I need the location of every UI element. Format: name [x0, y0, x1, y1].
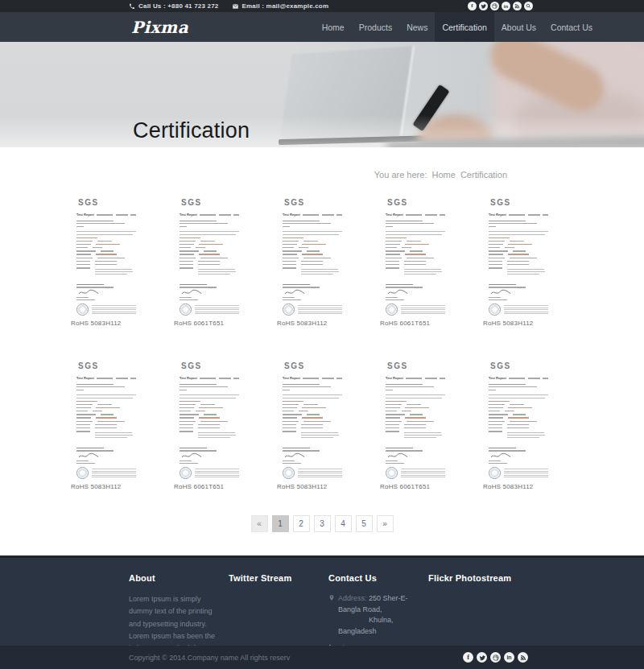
- pagination-page-1[interactable]: 1: [272, 515, 289, 532]
- certificate-caption: RoHS 5083H112: [71, 320, 142, 327]
- rss-icon-footer[interactable]: [518, 652, 528, 663]
- hero-fade: [0, 115, 644, 147]
- pagination-page-3[interactable]: 3: [314, 515, 331, 532]
- signature-squiggle: [284, 452, 305, 459]
- linkedin-icon-footer[interactable]: in: [504, 652, 514, 663]
- certificate-thumbnail[interactable]: SGS Test Report: [483, 193, 554, 316]
- pagination-page-2[interactable]: 2: [293, 515, 310, 532]
- call-us[interactable]: Call Us : +880 41 723 272: [129, 2, 219, 10]
- certificate-thumbnail[interactable]: SGS Test Report: [380, 193, 451, 316]
- fine-print: [504, 467, 548, 479]
- certificate-thumbnail[interactable]: SGS Test Report: [277, 193, 348, 316]
- footer-twitter-title: Twitter Stream: [229, 573, 328, 583]
- certificate-stamp: [489, 304, 501, 316]
- sgs-logo: SGS: [490, 361, 548, 370]
- sgs-logo: SGS: [181, 198, 239, 207]
- pagination-page-5[interactable]: 5: [356, 515, 373, 532]
- certificate-stamp: [76, 304, 89, 316]
- fine-print: [298, 304, 342, 316]
- test-report-title: Test Report: [76, 213, 94, 217]
- twitter-icon[interactable]: [479, 2, 488, 10]
- nav-item-news[interactable]: News: [399, 12, 435, 42]
- certificate-item: SGS Test Report: [483, 357, 554, 490]
- footer-about-title: About: [129, 573, 229, 583]
- pagination-page-4[interactable]: 4: [335, 515, 352, 532]
- fine-print: [298, 467, 342, 479]
- test-report-title: Test Report: [386, 377, 403, 380]
- nav-item-home[interactable]: Home: [315, 12, 352, 42]
- certificate-stamp: [386, 467, 398, 479]
- sgs-logo: SGS: [490, 198, 548, 207]
- footer-flickr-title: Flickr Photostream: [428, 573, 531, 583]
- certificate-item: SGS Test Report: [174, 193, 245, 327]
- certificate-stamp: [180, 467, 192, 479]
- certificate-item: SGS Test Report: [71, 193, 142, 327]
- certificate-item: SGS Test Report: [174, 357, 245, 490]
- certificate-item: SGS Test Report: [277, 357, 348, 490]
- signature-squiggle: [78, 452, 99, 459]
- fine-print: [92, 467, 136, 479]
- certificate-thumbnail[interactable]: SGS Test Report: [277, 357, 348, 479]
- certificate-caption: RoHS 5083H112: [483, 483, 554, 490]
- nav-item-contact-us[interactable]: Contact Us: [543, 12, 600, 42]
- certificate-caption: RoHS 5083H112: [71, 483, 142, 490]
- rss-icon[interactable]: [513, 2, 522, 10]
- sgs-logo: SGS: [181, 361, 239, 370]
- dribbble-icon[interactable]: [490, 2, 499, 10]
- nav-menu: Home Products News Certification About U…: [315, 12, 600, 42]
- signature-squiggle: [387, 289, 408, 295]
- pagination: « 1 2 3 4 5 »: [0, 515, 644, 532]
- contact-address: Address: 250 Sher-E- Bangla Road, Khulna…: [328, 593, 428, 637]
- footer-social: f in: [463, 652, 528, 663]
- signature-squiggle: [181, 289, 202, 295]
- certificate-caption: RoHS 6061T651: [380, 483, 451, 490]
- linkedin-icon[interactable]: in: [502, 2, 510, 10]
- certificate-thumbnail[interactable]: SGS Test Report: [71, 193, 142, 316]
- signature-squiggle: [284, 289, 305, 295]
- main-nav: Pixma Home Products News Certification A…: [0, 12, 644, 42]
- pagination-prev[interactable]: «: [251, 515, 268, 532]
- certificate-thumbnail[interactable]: SGS Test Report: [174, 357, 245, 479]
- site-logo[interactable]: Pixma: [131, 18, 188, 37]
- call-us-label: Call Us : +880 41 723 272: [138, 2, 219, 10]
- test-report-title: Test Report: [283, 377, 300, 380]
- copyright-bar: Copyright © 2014.Company name All rights…: [0, 646, 644, 669]
- certificate-thumbnail[interactable]: SGS Test Report: [174, 193, 245, 316]
- sgs-logo: SGS: [78, 361, 136, 370]
- fine-print: [92, 304, 136, 316]
- certificate-item: SGS Test Report: [483, 193, 554, 327]
- certificate-item: SGS Test Report: [277, 193, 348, 327]
- nav-item-about-us[interactable]: About Us: [494, 12, 543, 42]
- pagination-next[interactable]: »: [377, 515, 394, 532]
- footer: About Lorem Ipsum is simply dummy text o…: [0, 555, 644, 669]
- address-value-line2: Khulna, Bangladesh: [338, 616, 394, 635]
- certificate-thumbnail[interactable]: SGS Test Report: [71, 357, 142, 479]
- certificate-stamp: [76, 467, 89, 479]
- certificate-stamp: [489, 467, 501, 479]
- dribbble-icon-footer[interactable]: [490, 652, 501, 663]
- fine-print: [401, 467, 445, 479]
- breadcrumb-current: Certification: [460, 170, 507, 180]
- signature-squiggle: [490, 452, 511, 459]
- nav-item-products[interactable]: Products: [352, 12, 399, 42]
- search-icon[interactable]: [524, 2, 533, 10]
- facebook-icon[interactable]: f: [468, 2, 477, 10]
- email-us[interactable]: Email : mail@example.com: [232, 2, 329, 10]
- signature-squiggle: [78, 289, 99, 295]
- fine-print: [504, 304, 548, 316]
- email-us-label: Email : mail@example.com: [242, 2, 329, 10]
- signature-squiggle: [387, 452, 408, 459]
- sgs-logo: SGS: [387, 361, 445, 370]
- facebook-icon-footer[interactable]: f: [463, 652, 473, 663]
- certificate-caption: RoHS 6061T651: [380, 320, 451, 327]
- envelope-icon: [232, 3, 239, 10]
- certificate-caption: RoHS 5083H112: [483, 320, 554, 327]
- nav-item-certification[interactable]: Certification: [435, 12, 493, 42]
- certificate-thumbnail[interactable]: SGS Test Report: [483, 357, 554, 479]
- certificate-caption: RoHS 6061T651: [174, 483, 245, 490]
- fine-print: [195, 467, 239, 479]
- breadcrumb-home-link[interactable]: Home: [432, 170, 456, 180]
- certificate-thumbnail[interactable]: SGS Test Report: [380, 357, 451, 479]
- twitter-icon-footer[interactable]: [477, 652, 487, 663]
- fine-print: [195, 304, 239, 316]
